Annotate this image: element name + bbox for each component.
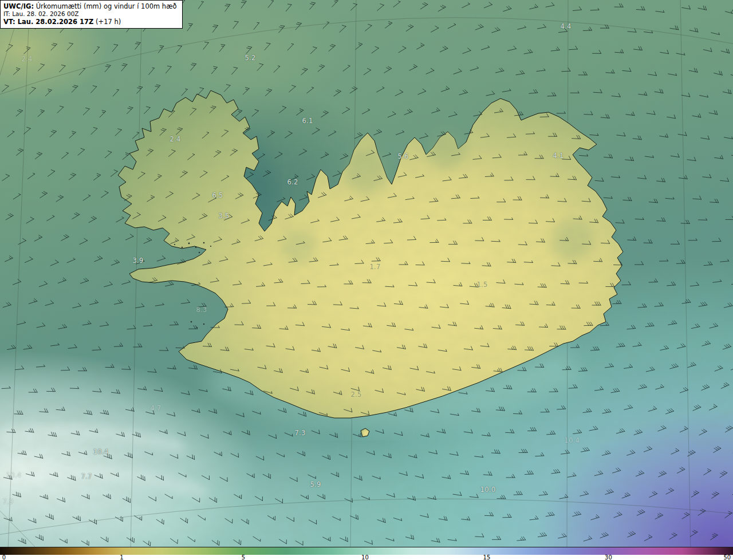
colorbar-tick: 5 [242,554,245,560]
init-time: IT: Lau. 28. 02. 2026 00Z [3,10,177,18]
product-title: UWC/IG: Úrkomumætti (mm) og vindur í 100… [3,2,177,10]
weather-map: 4.45.22.46.12.45.64.16.26.53.53.98.31.71… [0,0,733,560]
map-graphics [0,0,733,547]
colorbar-tick: 50 [723,554,731,560]
map-canvas: 4.45.22.46.12.45.64.16.26.53.53.98.31.71… [0,0,733,547]
colorbar-tick: 1 [120,554,123,560]
colorbar: 01510153050 [0,547,733,560]
colorbar-ticks: 01510153050 [0,555,733,560]
field-grain-overlay [0,0,733,547]
colorbar-tick: 30 [605,554,612,560]
colorbar-tick: 10 [361,554,369,560]
map-info-box: UWC/IG: Úrkomumætti (mm) og vindur í 100… [0,0,183,29]
valid-time: VT: Lau. 28.02.2026 17Z (+17 h) [3,18,177,26]
colorbar-tick: 0 [2,554,6,560]
colorbar-tick: 15 [483,554,491,560]
